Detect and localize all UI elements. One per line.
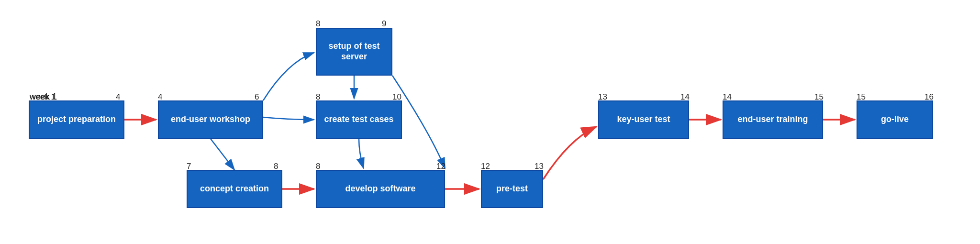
node-setup-test-server: setup of test server [316,28,392,76]
arrow-workshop-to-setup [263,53,314,100]
node-end-user-workshop: end-user workshop [158,100,263,139]
diagram-container: week 1 week 1 4 project preparation 4 6 … [0,0,980,244]
node-project-preparation: project preparation [29,100,124,139]
arrow-pretest-to-keyuser [543,127,596,179]
arrow-createtests-to-develop [359,139,364,168]
seq-label-setup-start: 8 [316,19,320,29]
seq-label-setup-end: 9 [382,19,386,29]
node-end-user-training: end-user training [723,100,823,139]
node-key-user-test: key-user test [598,100,689,139]
arrow-workshop-to-concept [211,139,234,170]
node-go-live: go-live [857,100,933,139]
node-pre-test: pre-test [481,170,543,208]
node-develop-software: develop software [316,170,445,208]
node-create-test-cases: create test cases [316,100,402,139]
arrow-workshop-to-createtests [263,117,314,120]
node-concept-creation: concept creation [187,170,282,208]
